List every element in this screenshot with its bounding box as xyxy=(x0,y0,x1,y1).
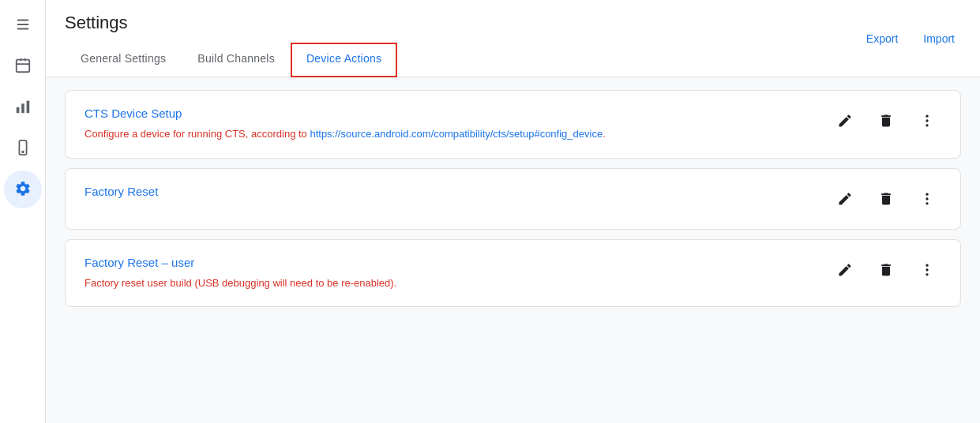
card-actions-fru xyxy=(831,256,941,284)
edit-button-fru[interactable] xyxy=(831,256,859,284)
header: Settings General Settings Build Channels… xyxy=(46,0,980,77)
page-title: Settings xyxy=(65,13,397,33)
export-button[interactable]: Export xyxy=(860,29,904,48)
analytics-icon xyxy=(14,98,32,118)
edit-button-fr[interactable] xyxy=(831,185,859,213)
delete-button-fru[interactable] xyxy=(872,256,900,284)
svg-rect-1 xyxy=(17,24,28,25)
svg-point-16 xyxy=(926,197,928,200)
card-desc-prefix-cts: Configure a device for running CTS, acco… xyxy=(84,128,310,140)
card-title-cts: CTS Device Setup xyxy=(84,107,606,120)
sidebar-item-device[interactable] xyxy=(4,129,42,167)
card-body-cts: CTS Device Setup Configure a device for … xyxy=(84,107,606,142)
sidebar-item-settings[interactable] xyxy=(4,170,42,208)
more-button-fru[interactable] xyxy=(913,256,941,284)
svg-point-17 xyxy=(926,202,928,204)
tab-general[interactable]: General Settings xyxy=(65,43,182,77)
sidebar-item-calendar[interactable] xyxy=(4,47,42,85)
header-actions: Export Import xyxy=(860,29,961,61)
more-button-fr[interactable] xyxy=(913,185,941,213)
svg-point-20 xyxy=(926,273,928,275)
sidebar-item-tasks[interactable] xyxy=(4,6,42,44)
import-button[interactable]: Import xyxy=(917,29,961,48)
card-desc-suffix-cts: . xyxy=(603,128,606,140)
sidebar xyxy=(0,0,46,423)
card-header-cts: CTS Device Setup Configure a device for … xyxy=(84,107,941,142)
card-header-fr: Factory Reset xyxy=(84,185,941,213)
device-icon xyxy=(14,139,32,159)
svg-rect-2 xyxy=(17,28,28,29)
svg-rect-6 xyxy=(16,63,29,65)
card-header-fru: Factory Reset – user Factory reset user … xyxy=(84,256,941,291)
svg-rect-0 xyxy=(17,19,28,21)
card-title-fru: Factory Reset – user xyxy=(84,256,396,269)
card-actions-cts xyxy=(831,107,941,135)
card-desc-fru: Factory reset user build (USB debugging … xyxy=(84,277,396,289)
card-desc-link-cts[interactable]: https://source.android.com/compatibility… xyxy=(310,128,603,140)
card-description-cts: Configure a device for running CTS, acco… xyxy=(84,126,606,142)
svg-point-19 xyxy=(926,268,928,271)
svg-point-12 xyxy=(926,115,928,118)
content-area: CTS Device Setup Configure a device for … xyxy=(46,77,980,423)
delete-button-fr[interactable] xyxy=(872,185,900,213)
svg-point-15 xyxy=(926,193,928,195)
card-description-fru: Factory reset user build (USB debugging … xyxy=(84,275,396,291)
svg-point-14 xyxy=(926,124,928,126)
delete-button-cts[interactable] xyxy=(872,107,900,135)
tabs: General Settings Build Channels Device A… xyxy=(65,43,397,77)
tasks-icon xyxy=(14,16,32,36)
card-cts-device-setup: CTS Device Setup Configure a device for … xyxy=(65,90,961,159)
card-body-fr: Factory Reset xyxy=(84,185,158,204)
settings-icon xyxy=(14,180,32,200)
card-factory-reset-user: Factory Reset – user Factory reset user … xyxy=(65,239,961,308)
svg-rect-3 xyxy=(16,59,29,72)
main-content: Settings General Settings Build Channels… xyxy=(46,0,980,423)
header-left: Settings General Settings Build Channels… xyxy=(65,13,397,77)
svg-rect-9 xyxy=(26,100,29,113)
tab-device-actions[interactable]: Device Actions xyxy=(291,43,397,77)
card-body-fru: Factory Reset – user Factory reset user … xyxy=(84,256,396,291)
calendar-icon xyxy=(14,57,32,77)
svg-rect-8 xyxy=(21,103,24,113)
sidebar-item-analytics[interactable] xyxy=(4,88,42,126)
card-title-fr: Factory Reset xyxy=(84,185,158,198)
card-actions-fr xyxy=(831,185,941,213)
edit-button-cts[interactable] xyxy=(831,107,859,135)
svg-rect-7 xyxy=(16,107,19,112)
svg-rect-5 xyxy=(24,58,25,61)
svg-point-13 xyxy=(926,119,928,122)
more-button-cts[interactable] xyxy=(913,107,941,135)
tab-build-channels[interactable]: Build Channels xyxy=(182,43,291,77)
card-factory-reset: Factory Reset xyxy=(65,168,961,230)
svg-point-11 xyxy=(22,151,24,152)
svg-point-18 xyxy=(926,264,928,266)
svg-rect-4 xyxy=(20,58,21,61)
